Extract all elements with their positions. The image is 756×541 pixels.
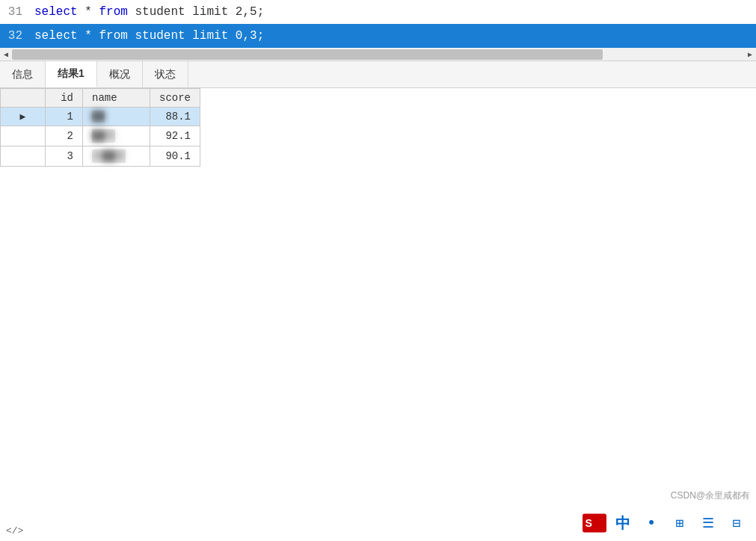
keyword-from-32: from xyxy=(99,29,127,43)
menu-icon[interactable]: ☰ xyxy=(696,511,720,535)
cell-id-1: 1 xyxy=(46,108,83,126)
network-icon[interactable]: ⊟ xyxy=(725,511,749,535)
watermark-text: CSDN@余里咸都有 xyxy=(671,489,750,502)
row-indicator-2 xyxy=(1,126,46,146)
keyword-from-31: from xyxy=(99,5,127,19)
result-table-wrapper: id name score ▶ 1 ██ 88.1 2 ██明 xyxy=(0,88,756,167)
tab-info[interactable]: 信息 xyxy=(0,61,46,87)
table-header-row: id name score xyxy=(1,89,200,108)
scrollbar-thumb[interactable] xyxy=(12,49,603,60)
blurred-name-1: ██ xyxy=(92,111,105,123)
svg-text:S: S xyxy=(586,517,592,529)
code-rest2-31: student limit 2,5; xyxy=(135,5,264,19)
line-number-31: 31 xyxy=(0,0,30,24)
csdn-logo-icon[interactable]: S xyxy=(583,511,606,535)
dot-icon[interactable]: • xyxy=(639,511,663,535)
th-score: score xyxy=(150,89,200,108)
code-line-31: 31 select * from student limit 2,5; xyxy=(0,0,756,24)
scroll-right-arrow[interactable]: ▶ xyxy=(744,48,756,61)
table-row[interactable]: 3 赤██星 90.1 xyxy=(1,146,200,167)
blurred-name-3: 赤██星 xyxy=(92,149,126,163)
th-name: name xyxy=(83,89,150,108)
grid-icon[interactable]: ⊞ xyxy=(668,511,692,535)
keyword-select-32: select xyxy=(34,29,78,43)
tab-overview[interactable]: 概况 xyxy=(97,61,143,87)
cell-name-2: ██明 xyxy=(83,126,150,146)
dot-char: • xyxy=(646,514,656,533)
table-row[interactable]: ▶ 1 ██ 88.1 xyxy=(1,108,200,126)
tab-result1[interactable]: 结果1 xyxy=(46,61,97,87)
grid-char: ⊞ xyxy=(676,515,684,531)
cell-name-3: 赤██星 xyxy=(83,146,150,167)
cell-name-1: ██ xyxy=(83,108,150,126)
csdn-svg: S xyxy=(583,513,606,534)
cell-score-1: 88.1 xyxy=(150,108,200,126)
code-rest2-32: student limit 0,3; xyxy=(135,29,264,43)
scroll-left-arrow[interactable]: ◀ xyxy=(0,48,12,61)
code-area: 31 select * from student limit 2,5; 32 s… xyxy=(0,0,756,48)
code-line-32: 32 select * from student limit 0,3; xyxy=(0,24,756,48)
bottom-tag: </> xyxy=(6,525,23,537)
menu-char: ☰ xyxy=(702,515,714,531)
tabs-bar: 信息 结果1 概况 状态 xyxy=(0,61,756,88)
th-id: id xyxy=(46,89,83,108)
code-text-32: select * from student limit 0,3; xyxy=(30,24,264,48)
table-row[interactable]: 2 ██明 92.1 xyxy=(1,126,200,146)
code-rest-32: * xyxy=(84,29,99,43)
network-char: ⊟ xyxy=(733,515,741,531)
horizontal-scrollbar[interactable]: ◀ ▶ xyxy=(0,48,756,61)
cell-score-3: 90.1 xyxy=(150,146,200,167)
taskbar: S 中 • ⊞ ☰ ⊟ xyxy=(583,511,749,535)
blurred-name-2: ██明 xyxy=(92,129,115,143)
th-indicator xyxy=(1,89,46,108)
result-table: id name score ▶ 1 ██ 88.1 2 ██明 xyxy=(0,88,200,167)
cell-score-2: 92.1 xyxy=(150,126,200,146)
tab-status[interactable]: 状态 xyxy=(143,61,188,87)
code-text-31: select * from student limit 2,5; xyxy=(30,0,264,24)
cell-id-3: 3 xyxy=(46,146,83,167)
keyword-select-31: select xyxy=(34,5,78,19)
cell-id-2: 2 xyxy=(46,126,83,146)
line-number-32: 32 xyxy=(0,24,30,48)
code-rest-31: * xyxy=(84,5,99,19)
scrollbar-thumb-area xyxy=(12,48,744,61)
row-indicator-1: ▶ xyxy=(1,108,46,126)
row-indicator-3 xyxy=(1,146,46,167)
chinese-char: 中 xyxy=(615,513,630,534)
chinese-input-icon[interactable]: 中 xyxy=(611,511,635,535)
